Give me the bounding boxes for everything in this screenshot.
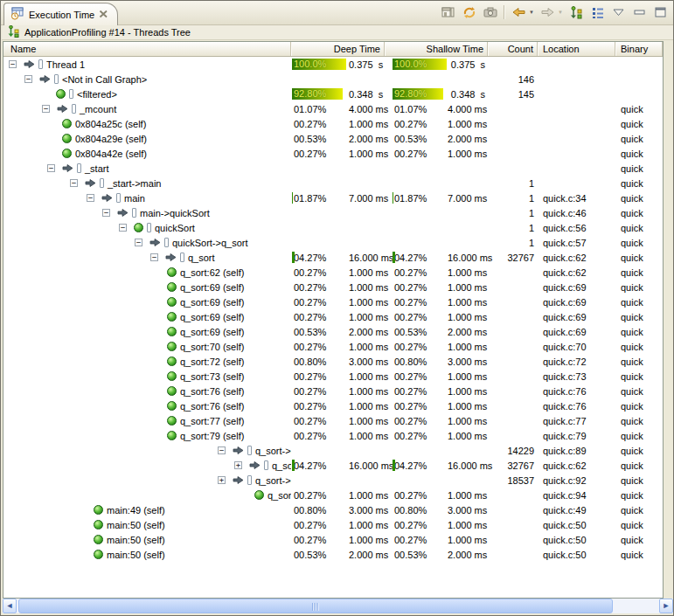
tree-row[interactable]: q_sort:94 (self)00.27%1.000 ms00.27%1.00… bbox=[3, 488, 663, 502]
columns-list-icon[interactable] bbox=[590, 5, 605, 20]
collapse-icon[interactable]: − bbox=[9, 60, 17, 68]
h-scrollbar-track[interactable] bbox=[17, 599, 659, 613]
tree-row[interactable]: main:50 (self)00.27%1.000 ms00.27%1.000 … bbox=[3, 532, 663, 547]
sort-tree-icon[interactable] bbox=[569, 5, 584, 20]
tree-row[interactable]: 0x804a29e (self)00.53%2.000 ms00.53%2.00… bbox=[3, 131, 663, 146]
tree-row[interactable]: q_sort:73 (self)00.27%1.000 ms00.27%1.00… bbox=[3, 369, 663, 384]
tree-row[interactable]: −Thread 1100.0%0.375 s100.0%0.375 s bbox=[3, 57, 663, 72]
expander-placeholder bbox=[152, 328, 160, 336]
collapse-icon[interactable]: − bbox=[70, 179, 78, 187]
refresh-icon[interactable] bbox=[462, 5, 476, 20]
expand-icon[interactable]: + bbox=[218, 476, 226, 484]
tree-row[interactable]: −q_sort04.27%16.000 ms04.27%16.000 ms327… bbox=[3, 250, 663, 265]
collapse-icon[interactable]: − bbox=[24, 75, 32, 83]
shallow-percent-value: 00.27% bbox=[392, 386, 427, 397]
count-cell: 18537 bbox=[488, 475, 538, 486]
collapse-icon[interactable]: − bbox=[135, 239, 142, 246]
tree-row[interactable]: −main->quickSort1quick.c:46quick bbox=[3, 205, 663, 220]
scroll-right-arrow-icon[interactable]: ► bbox=[659, 599, 673, 613]
tree-row[interactable]: −main01.87%7.000 ms01.87%7.000 ms1quick.… bbox=[3, 190, 663, 205]
minimize-icon[interactable] bbox=[632, 5, 647, 20]
expand-icon[interactable]: + bbox=[234, 461, 242, 469]
shallow-percent-cell bbox=[392, 444, 448, 457]
method-ball-icon bbox=[167, 431, 177, 440]
deep-percent-cell: 04.27% bbox=[291, 251, 349, 264]
tree-row[interactable]: q_sort:62 (self)00.27%1.000 ms00.27%1.00… bbox=[3, 265, 663, 280]
h-scrollbar[interactable]: ◄ ► bbox=[3, 599, 673, 613]
column-header-count[interactable]: Count bbox=[488, 42, 538, 56]
close-icon[interactable] bbox=[99, 10, 108, 20]
tree-row[interactable]: main:49 (self)00.80%3.000 ms00.80%3.000 … bbox=[3, 502, 663, 517]
open-view-icon[interactable] bbox=[441, 5, 455, 20]
column-header-name[interactable]: Name bbox=[3, 42, 291, 56]
collapse-icon[interactable]: − bbox=[218, 446, 226, 454]
deep-percent-value: 00.80% bbox=[291, 505, 326, 516]
tree-row[interactable]: −quickSort1quick.c:56quick bbox=[3, 220, 663, 235]
collapse-icon[interactable]: − bbox=[87, 194, 94, 202]
back-menu-arrow-icon[interactable]: ▼ bbox=[529, 10, 534, 15]
tree-row[interactable]: q_sort:76 (self)00.27%1.000 ms00.27%1.00… bbox=[3, 398, 663, 413]
forward-icon[interactable] bbox=[540, 5, 555, 20]
tree-row[interactable]: 0x804a25c (self)00.27%1.000 ms00.27%1.00… bbox=[3, 116, 663, 131]
snapshot-camera-icon[interactable] bbox=[483, 5, 497, 20]
tree-row[interactable]: q_sort:69 (self)00.27%1.000 ms00.27%1.00… bbox=[3, 309, 663, 324]
tree-row[interactable]: +q_sort->q_sort18537quick.c:92quick bbox=[3, 473, 663, 488]
tree-row[interactable]: q_sort:69 (self)00.27%1.000 ms00.27%1.00… bbox=[3, 294, 663, 309]
binary-cell: quick bbox=[615, 520, 663, 530]
item-marker-icon bbox=[100, 178, 104, 188]
tree-row[interactable]: main:50 (self)00.53%2.000 ms00.53%2.000 … bbox=[3, 547, 663, 562]
column-header-location[interactable]: Location bbox=[538, 42, 615, 56]
tree-row[interactable]: −_start->main1quick bbox=[3, 176, 663, 190]
deep-percent-cell: 01.07% bbox=[291, 102, 349, 115]
name-cell: q_sort:76 (self) bbox=[3, 401, 291, 412]
binary-cell: quick bbox=[615, 505, 663, 516]
forward-menu-arrow-icon[interactable]: ▼ bbox=[558, 10, 563, 15]
tree-row[interactable]: −<Not in Call Graph>146 bbox=[3, 72, 663, 87]
binary-cell: quick bbox=[615, 134, 663, 144]
tree-row[interactable]: −_mcount01.07%4.000 ms01.07%4.000 msquic… bbox=[3, 101, 663, 116]
tree-row[interactable]: q_sort:72 (self)00.80%3.000 ms00.80%3.00… bbox=[3, 354, 663, 369]
deep-time-cell: 00.27%1.000 ms bbox=[291, 117, 385, 130]
back-icon[interactable] bbox=[511, 5, 526, 20]
item-marker-icon bbox=[247, 475, 252, 485]
collapse-icon[interactable]: − bbox=[102, 209, 110, 217]
tree-row[interactable]: q_sort:77 (self)00.27%1.000 ms00.27%1.00… bbox=[3, 413, 663, 428]
name-cell: −Thread 1 bbox=[3, 59, 291, 70]
column-header-shallow-time[interactable]: Shallow Time bbox=[385, 42, 488, 56]
tree-row[interactable]: <filtered>92.80%0.348 s92.80%0.348 s145 bbox=[3, 87, 663, 101]
column-headers: Name Deep Time Shallow Time Count Locati… bbox=[3, 42, 663, 57]
collapse-icon[interactable]: − bbox=[150, 253, 158, 261]
call-arrow-icon bbox=[233, 475, 244, 485]
method-ball-icon bbox=[167, 282, 177, 292]
collapse-icon[interactable]: − bbox=[119, 224, 127, 232]
tree-row[interactable]: −quickSort->q_sort1quick.c:57quick bbox=[3, 235, 663, 250]
tree-row[interactable]: q_sort:76 (self)00.27%1.000 ms00.27%1.00… bbox=[3, 384, 663, 398]
deep-time-cell: 00.27%1.000 ms bbox=[291, 414, 385, 427]
h-scrollbar-thumb[interactable] bbox=[18, 599, 613, 613]
tree-row[interactable]: q_sort:70 (self)00.27%1.000 ms00.27%1.00… bbox=[3, 339, 663, 354]
tree-row[interactable]: q_sort:69 (self)00.27%1.000 ms00.27%1.00… bbox=[3, 280, 663, 294]
item-marker-icon bbox=[180, 253, 184, 262]
collapse-icon[interactable]: − bbox=[42, 105, 50, 113]
shallow-percent-value: 04.27% bbox=[392, 253, 427, 263]
tree-row[interactable]: +q_sort04.27%16.000 ms04.27%16.000 ms327… bbox=[3, 458, 663, 473]
tree-row[interactable]: −q_sort->q_sort14229quick.c:89quick bbox=[3, 443, 663, 458]
tree-row[interactable]: q_sort:69 (self)00.53%2.000 ms00.53%2.00… bbox=[3, 324, 663, 339]
maximize-icon[interactable] bbox=[653, 5, 668, 20]
scroll-left-arrow-icon[interactable]: ◄ bbox=[3, 599, 17, 613]
column-header-deep-time[interactable]: Deep Time bbox=[291, 42, 385, 56]
shallow-time-cell: 00.27%1.000 ms bbox=[385, 488, 488, 502]
tab-execution-time[interactable]: Execution Time bbox=[3, 3, 118, 25]
shallow-percent-cell: 00.27% bbox=[392, 399, 448, 412]
shallow-percent-cell bbox=[392, 162, 448, 175]
row-label: quickSort->q_sort bbox=[172, 238, 248, 248]
tree-row[interactable]: q_sort:79 (self)00.27%1.000 ms00.27%1.00… bbox=[3, 428, 663, 443]
collapse-icon[interactable]: − bbox=[47, 164, 55, 172]
row-label: main:49 (self) bbox=[107, 505, 165, 516]
view-menu-icon[interactable] bbox=[611, 5, 626, 20]
tree-row[interactable]: −_startquick bbox=[3, 161, 663, 176]
tree-row[interactable]: 0x804a42e (self)00.27%1.000 ms00.27%1.00… bbox=[3, 146, 663, 161]
tree-row[interactable]: main:50 (self)00.27%1.000 ms00.27%1.000 … bbox=[3, 517, 663, 532]
expander-placeholder bbox=[152, 417, 160, 425]
column-header-binary[interactable]: Binary bbox=[615, 42, 663, 56]
